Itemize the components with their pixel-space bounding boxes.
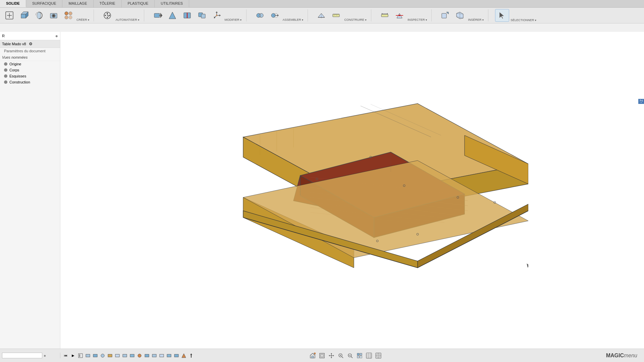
timeline-item-4[interactable] [107,352,113,359]
tool-motion[interactable] [268,9,281,21]
timeline-item-13[interactable] [173,352,180,359]
tab-utilitaires[interactable]: UTILITAIRES [155,0,189,7]
display-mode-btn[interactable] [356,352,364,360]
tool-align[interactable] [166,9,179,21]
assembler-label[interactable]: ASSEMBLER ▼ [283,18,304,21]
tool-split[interactable] [180,9,194,21]
panel-item-corps[interactable]: Corps [0,67,60,73]
construire-label[interactable]: CONSTRUIRE ▼ [344,18,367,21]
svg-rect-112 [130,354,134,357]
construction-label: Construction [9,80,30,84]
tool-move[interactable] [151,9,164,21]
extrude-icon [19,10,30,21]
zoom-fit-btn[interactable] [346,352,354,360]
svg-rect-140 [357,353,359,355]
zoom-btn[interactable] [337,352,345,360]
model-svg [176,70,528,288]
svg-marker-31 [216,11,218,13]
svg-marker-24 [169,12,176,19]
inspecter-label[interactable]: INSPECTER ▼ [408,18,427,21]
timeline-item-5[interactable] [114,352,121,359]
esquisses-label: Esquisses [9,74,26,78]
z-indicator: Z↑ [638,99,644,104]
params-item[interactable]: Paramètres du document [0,48,60,54]
svg-rect-109 [108,354,112,357]
panel-item-origine[interactable]: Origine [0,61,60,67]
tool-revolve[interactable] [32,9,46,21]
move-icon [152,10,163,21]
timeline-item-10[interactable] [151,352,158,359]
pan-btn[interactable] [327,352,335,360]
panel-search-bar[interactable]: ● [0,32,60,40]
bottom-input-clear[interactable]: ● [44,353,46,358]
modifier-label[interactable]: MODIFIER ▼ [225,18,242,21]
automatiser-label[interactable]: AUTOMATISER ▼ [115,18,140,21]
timeline-item-3[interactable] [99,352,106,359]
timeline-item-2[interactable] [92,352,99,359]
tab-plastique[interactable]: PLASTIQUE [122,0,155,7]
tool-pattern[interactable] [62,9,75,21]
viewport[interactable]: Z↑ [60,32,644,349]
timeline-item-9[interactable] [144,352,150,359]
tool-ruler[interactable] [329,9,343,21]
panel-item-esquisses[interactable]: Esquisses [0,73,60,79]
revolve-icon [34,10,44,21]
tool-plane[interactable] [315,9,328,21]
tool-insert-derive[interactable] [438,9,452,21]
sketch-btn[interactable] [77,352,84,359]
tab-solide[interactable]: SOLIDE [0,0,26,7]
select-icon [497,10,507,21]
doc-selector[interactable]: Table Mado v8 ⚙ [0,40,60,48]
play-btn[interactable]: ▶ [70,352,76,359]
creer-label[interactable]: CRÉER ▼ [76,18,90,21]
align-icon [167,10,178,21]
tab-surfacique[interactable]: SURFACIQUE [26,0,63,7]
doc-settings-icon[interactable]: ⚙ [29,42,33,46]
tab-tolerie[interactable]: TÔLERIE [94,0,122,7]
tool-joint[interactable] [253,9,267,21]
frame-btn[interactable] [318,352,326,360]
home-view-btn[interactable] [309,352,317,360]
views-section: Vues nommées [0,54,60,61]
timeline-item-7[interactable] [129,352,136,359]
svg-point-59 [399,15,400,16]
env-display-btn[interactable] [374,352,382,360]
svg-marker-119 [182,354,186,358]
group-creer: CRÉER ▼ [3,9,94,21]
timeline-item-1[interactable] [85,352,91,359]
svg-marker-132 [333,355,334,356]
timeline-end-marker[interactable] [188,352,195,359]
tool-combine[interactable] [195,9,209,21]
panel-item-construction[interactable]: Construction [0,79,60,85]
automatiser-icon [102,10,113,21]
section-icon [394,10,405,21]
timeline-item-12[interactable] [166,352,172,359]
selectionner-label[interactable]: SÉLECTIONNER ▼ [511,18,537,22]
tab-maillage[interactable]: MAILLAGE [62,0,93,7]
tool-measure[interactable] [378,9,391,21]
svg-rect-141 [360,353,362,355]
timeline-item-8[interactable] [136,352,143,359]
tool-move3d[interactable] [210,9,223,21]
group-automatiser: AUTOMATISER ▼ [101,9,144,21]
search-input[interactable] [2,34,55,38]
tool-insert-mesh[interactable] [453,9,467,21]
search-clear-icon[interactable]: ● [55,33,58,39]
svg-line-138 [351,357,353,358]
timeline-item-6[interactable] [121,352,128,359]
tool-hole[interactable] [47,9,60,21]
tool-section[interactable] [393,9,406,21]
tool-select[interactable] [495,9,509,22]
timeline-item-14[interactable] [180,352,187,359]
timeline-item-11[interactable] [158,352,165,359]
bottom-input[interactable] [2,353,42,358]
tool-extrude[interactable] [17,9,31,21]
svg-point-38 [259,13,263,17]
svg-rect-110 [115,354,119,357]
tool-automatiser[interactable] [101,9,114,21]
svg-rect-29 [201,14,205,18]
visual-style-btn[interactable] [365,352,373,360]
inserer-label[interactable]: INSÉRER ▼ [468,18,484,21]
tool-new-component[interactable] [3,9,16,21]
play-back-btn[interactable]: ⏮ [62,352,69,359]
